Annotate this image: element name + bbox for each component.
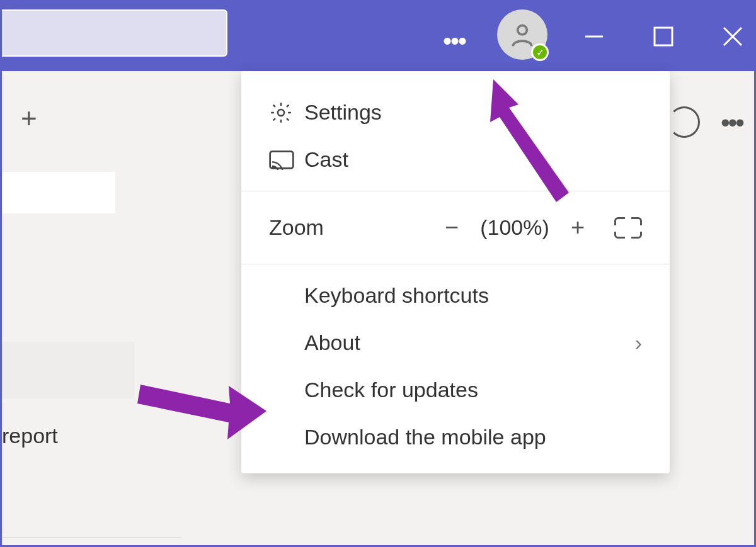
zoom-in-button[interactable]: +	[559, 214, 597, 241]
zoom-row: Zoom − (100%) +	[241, 199, 670, 256]
profile-avatar[interactable]: ✓	[497, 9, 547, 60]
window-minimize-button[interactable]	[575, 21, 613, 52]
background-block	[2, 342, 134, 398]
add-tab-button[interactable]: +	[21, 103, 37, 134]
search-input[interactable]	[2, 9, 227, 57]
zoom-value: (100%)	[471, 215, 559, 240]
menu-label: About	[304, 330, 360, 355]
window-maximize-button[interactable]	[644, 21, 682, 52]
menu-item-settings[interactable]: Settings	[241, 89, 670, 136]
cast-icon	[269, 150, 304, 170]
menu-label: Check for updates	[304, 378, 478, 402]
menu-separator	[241, 191, 670, 191]
background-divider	[2, 537, 181, 538]
settings-dropdown-menu: Settings Cast Zoom − (100%) + Keyb	[241, 71, 670, 473]
info-icon[interactable]	[668, 106, 700, 138]
menu-label: Keyboard shortcuts	[304, 283, 489, 308]
chevron-right-icon: ›	[635, 330, 642, 355]
titlebar: ••• ✓	[2, 2, 754, 71]
menu-item-keyboard-shortcuts[interactable]: Keyboard shortcuts	[241, 272, 670, 319]
person-icon	[508, 21, 536, 48]
menu-item-download-mobile[interactable]: Download the mobile app	[241, 414, 670, 461]
menu-separator	[241, 264, 670, 264]
menu-item-check-updates[interactable]: Check for updates	[241, 366, 670, 414]
toolbar-more-button[interactable]: •••	[721, 108, 743, 138]
presence-available-icon: ✓	[531, 43, 549, 61]
gear-icon	[269, 101, 304, 125]
svg-point-7	[272, 166, 275, 168]
window-close-button[interactable]	[714, 21, 752, 52]
menu-item-cast[interactable]: Cast	[241, 136, 670, 183]
background-text: report	[2, 424, 58, 448]
svg-point-5	[278, 109, 284, 115]
more-options-button[interactable]: •••	[443, 27, 466, 55]
menu-item-about[interactable]: About ›	[241, 319, 670, 366]
content-area: + report ••• Settings Cast	[2, 71, 754, 545]
svg-rect-2	[655, 28, 672, 45]
menu-label: Download the mobile app	[304, 425, 546, 449]
zoom-out-button[interactable]: −	[433, 214, 471, 241]
menu-label: Settings	[304, 100, 382, 125]
fullscreen-button[interactable]	[614, 217, 642, 239]
active-tab-indicator	[2, 172, 115, 213]
zoom-label: Zoom	[269, 215, 324, 240]
menu-label: Cast	[304, 147, 348, 172]
svg-point-0	[518, 25, 527, 35]
